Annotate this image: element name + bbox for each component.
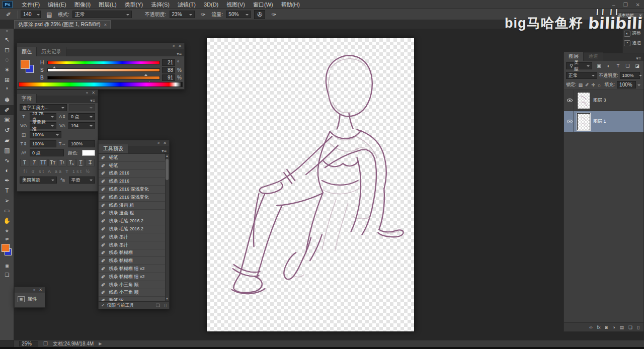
workspace-switcher[interactable]: 基本功能 <box>616 12 644 19</box>
preset-row-16[interactable]: ✐线条 小三角 顺 <box>99 281 169 289</box>
current-tool-only-checkbox[interactable]: ✓ <box>101 303 105 308</box>
menu-item-9[interactable]: 窗口(W) <box>249 2 277 8</box>
new-preset-icon[interactable]: ❏ <box>156 303 160 308</box>
layer-row-图层 3[interactable]: 图层 3 <box>564 90 643 111</box>
type-style-button-0[interactable]: T <box>20 159 29 166</box>
filter-type-select[interactable]: ⚲ 类型 <box>566 62 592 69</box>
minimize-button[interactable]: – <box>612 2 615 8</box>
visibility-toggle[interactable] <box>566 111 574 132</box>
brush-tool[interactable]: ✐ <box>0 105 14 115</box>
pressure-size-icon[interactable]: ✑ <box>268 10 279 19</box>
preset-row-18[interactable]: ✐毛笔 浓 <box>99 297 169 301</box>
type-style-button-5[interactable]: T₁ <box>67 159 76 166</box>
dock-panel-0[interactable]: ◐调整 <box>623 29 644 38</box>
close-button[interactable]: ✕ <box>636 2 640 8</box>
collapse-icon[interactable]: « <box>173 44 175 48</box>
menu-item-2[interactable]: 图像(I) <box>70 2 95 8</box>
document-tab[interactable]: 伪厚涂.psd @ 25% (图层 1, RGB/8#) × <box>14 20 111 29</box>
menu-item-7[interactable]: 3D(D) <box>200 2 222 8</box>
antialias-select[interactable]: 平滑 <box>69 177 95 184</box>
zoom-tool[interactable]: ⌖ <box>0 226 14 236</box>
lock-position-icon[interactable]: ✛ <box>592 82 596 88</box>
slider-value-H[interactable]: 21 <box>162 59 175 66</box>
font-family-select[interactable]: 造字工房力... <box>20 104 67 111</box>
horizontal-scale-field[interactable]: 100% <box>68 140 95 147</box>
adjustment-layer-icon[interactable]: ◑ <box>612 325 615 330</box>
layer-thumbnail[interactable] <box>577 113 590 130</box>
smudge-tool[interactable]: ∿ <box>0 155 14 165</box>
panel-menu-icon[interactable]: ▾≡ <box>90 98 98 103</box>
new-group-icon[interactable]: ▤ <box>619 325 624 330</box>
magic-wand-tool[interactable]: ✶ <box>0 65 14 75</box>
leading-select[interactable]: 0 点 <box>68 113 95 120</box>
move-tool[interactable]: ↖ <box>0 35 14 45</box>
panel-menu-icon[interactable]: ▾≡ <box>162 148 169 153</box>
tab-color[interactable]: 颜色 <box>17 47 37 56</box>
tracking-select[interactable]: 194 <box>68 122 95 129</box>
dock-collapse-icon[interactable]: « <box>634 22 636 27</box>
panel-menu-icon[interactable]: ▾≡ <box>177 51 184 56</box>
toolbar-expand-icon[interactable]: » <box>0 29 14 35</box>
lasso-tool[interactable]: ◌ <box>0 55 14 65</box>
marquee-tool[interactable]: ◻ <box>0 45 14 55</box>
pen-tool[interactable]: ✒ <box>0 176 14 186</box>
type-style-button-6[interactable]: T <box>76 159 86 166</box>
zoom-level-field[interactable]: 25% <box>19 341 38 346</box>
tab-history[interactable]: 历史记录 <box>37 47 66 56</box>
smart-object-filter-icon[interactable]: ◪ <box>634 63 640 68</box>
swap-colors-icon[interactable]: ⇄ <box>0 236 14 242</box>
preset-row-3[interactable]: ✐线条 2016 <box>99 178 169 186</box>
tab-character[interactable]: 字符 <box>17 94 37 103</box>
layer-thumbnail[interactable] <box>577 92 590 109</box>
close-icon[interactable]: ✕ <box>92 91 95 95</box>
pressure-opacity-icon[interactable]: ✑ <box>198 10 209 19</box>
menu-item-1[interactable]: 编辑(E) <box>44 2 70 8</box>
font-style-select[interactable] <box>69 104 95 111</box>
slider-value-S[interactable]: 88 <box>162 67 175 73</box>
collapse-icon[interactable]: « <box>33 288 35 292</box>
delete-preset-icon[interactable]: ▯ <box>164 303 167 308</box>
close-icon[interactable]: ✕ <box>163 141 167 145</box>
eraser-tool[interactable]: ▰ <box>0 135 14 145</box>
preset-row-17[interactable]: ✐线条 小三角 顺 <box>99 289 169 297</box>
layer-row-图层 1[interactable]: 图层 1 <box>564 111 643 132</box>
color-spectrum-ramp[interactable] <box>19 82 183 87</box>
tab-tool-presets[interactable]: 工具预设 <box>99 144 128 153</box>
restore-button[interactable]: ❐ <box>623 2 628 8</box>
healing-brush-tool[interactable]: ✽ <box>0 95 14 105</box>
dodge-tool[interactable]: ◐ <box>0 165 14 176</box>
collapse-icon[interactable]: « <box>157 141 159 145</box>
preset-row-11[interactable]: ✐线条 墨汁 <box>99 241 169 249</box>
preset-row-4[interactable]: ✐线条 2016 深浅变化 <box>99 186 169 194</box>
close-icon[interactable]: ✕ <box>178 44 182 48</box>
visibility-toggle[interactable] <box>566 90 574 111</box>
lock-pixels-icon[interactable]: ✐ <box>585 82 589 88</box>
text-color-swatch[interactable] <box>82 150 95 156</box>
brush-panel-toggle-icon[interactable]: ▤ <box>44 10 55 19</box>
brush-size-picker[interactable]: 140 <box>21 11 41 18</box>
language-select[interactable]: 美国英语 <box>20 177 57 184</box>
slider-value-B[interactable]: 91 <box>162 74 175 81</box>
screen-mode-icon[interactable]: ❏ <box>0 270 14 279</box>
preset-row-9[interactable]: ✐线条 毛笔 2016.2 <box>99 225 169 233</box>
menu-item-4[interactable]: 类型(Y) <box>121 2 147 8</box>
gradient-tool[interactable]: ▥ <box>0 145 14 155</box>
menu-item-6[interactable]: 滤镜(T) <box>174 2 200 8</box>
preset-row-1[interactable]: ✐铅笔 <box>99 162 169 170</box>
delete-layer-icon[interactable]: ▯ <box>637 325 639 330</box>
preset-row-13[interactable]: ✐线条 黏糊糊 <box>99 257 169 265</box>
type-filter-icon[interactable]: T <box>615 63 621 68</box>
layer-blend-mode-select[interactable]: 正常 <box>566 72 597 79</box>
lock-transparency-icon[interactable]: ▨ <box>579 82 583 88</box>
slider-track-H[interactable] <box>47 61 160 64</box>
layer-opacity-select[interactable]: 100% <box>620 72 640 79</box>
layer-fill-select[interactable]: 100% <box>617 81 636 89</box>
tab-close-icon[interactable]: × <box>104 22 107 28</box>
preset-row-0[interactable]: ✐铅笔 <box>99 154 169 162</box>
scrollbar-thumb[interactable] <box>166 159 169 180</box>
preset-row-10[interactable]: ✐线条 墨汁 <box>99 233 169 241</box>
document-canvas[interactable] <box>206 38 415 332</box>
new-layer-icon[interactable]: ❏ <box>628 325 632 330</box>
close-icon[interactable]: ✕ <box>39 288 42 292</box>
layer-style-icon[interactable]: fx <box>597 325 601 330</box>
